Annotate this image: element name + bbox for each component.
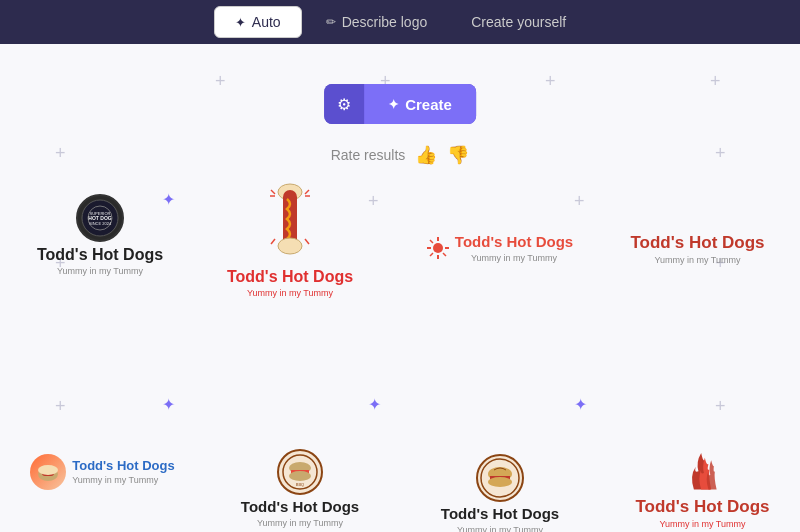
rate-results: Rate results 👍 👎 <box>331 144 470 166</box>
tab-describe[interactable]: ✏ Describe logo <box>306 6 448 38</box>
deco-plus-14: + <box>55 397 66 415</box>
logo-5-tagline: Yummy in my Tummy <box>72 475 175 485</box>
deco-plus-4: ✦ <box>162 397 175 413</box>
deco-plus-11: + <box>715 144 726 162</box>
rate-label: Rate results <box>331 147 406 163</box>
svg-point-34 <box>488 477 512 487</box>
thumbs-down-button[interactable]: 👎 <box>447 144 469 166</box>
svg-line-19 <box>430 240 433 243</box>
tab-create-label: Create yourself <box>471 14 566 30</box>
logo-item-7: Todd's Hot Dogs Yummy in my Tummy <box>420 454 580 532</box>
tab-auto[interactable]: ✦ Auto <box>214 6 302 38</box>
svg-line-8 <box>271 190 275 194</box>
thumbs-up-button[interactable]: 👍 <box>415 144 437 166</box>
logo-2-name: Todd's Hot Dogs <box>227 268 353 286</box>
logo-4-name: Todd's Hot Dogs <box>630 234 764 253</box>
svg-line-13 <box>305 239 309 244</box>
logo-3-tagline: Yummy in my Tummy <box>455 253 573 263</box>
logo-item-6: BBQ Todd's Hot Dogs Yummy in my Tummy <box>220 449 380 528</box>
logo-7-tagline: Yummy in my Tummy <box>457 525 543 533</box>
deco-plus-10: + <box>710 72 721 90</box>
create-button-label: Create <box>405 96 452 113</box>
logo-8-flames-icon <box>683 444 723 494</box>
svg-text:SINCE 2024: SINCE 2024 <box>89 221 112 226</box>
logo-3-name: Todd's Hot Dogs <box>455 234 573 251</box>
logo-item-2: Todd's Hot Dogs Yummy in my Tummy <box>210 174 370 298</box>
logo-6-badge-icon: BBQ <box>282 454 318 490</box>
tab-describe-label: Describe logo <box>342 14 428 30</box>
logo-8-tagline: Yummy in my Tummy <box>659 519 745 529</box>
logo-7-badge-icon <box>480 458 520 498</box>
logo-6-name: Todd's Hot Dogs <box>241 499 359 516</box>
logo-item-3: Todd's Hot Dogs Yummy in my Tummy <box>415 234 585 263</box>
logo-4-tagline: Yummy in my Tummy <box>654 255 740 265</box>
main-area: + + ✦ ✦ ✦ ✦ + + + + + + + + + + ⚙ ✦ Crea… <box>0 44 800 532</box>
svg-line-10 <box>305 190 309 194</box>
svg-point-14 <box>433 243 443 253</box>
logo-5-badge <box>30 454 66 490</box>
deco-plus-7: + <box>215 72 226 90</box>
pencil-icon: ✏ <box>326 15 336 29</box>
logo-1-badge-icon: SUPERIOR HOT DOG SINCE 2024 <box>81 199 119 237</box>
deco-plus-13: + <box>715 397 726 415</box>
svg-line-21 <box>430 253 433 256</box>
create-button[interactable]: ✦ Create <box>364 84 476 124</box>
logo-1-tagline: Yummy in my Tummy <box>57 266 143 276</box>
svg-text:BBQ: BBQ <box>296 482 304 487</box>
deco-plus-5: ✦ <box>368 397 381 413</box>
create-sparkle-icon: ✦ <box>388 97 399 112</box>
auto-icon: ✦ <box>235 15 246 30</box>
svg-point-29 <box>289 471 311 481</box>
logo-7-badge <box>476 454 524 502</box>
tab-create-yourself[interactable]: Create yourself <box>451 6 586 38</box>
svg-point-25 <box>38 465 58 475</box>
logo-3-sun-icon <box>427 237 449 259</box>
deco-plus-1: + <box>55 144 66 162</box>
logo-item-5: Todd's Hot Dogs Yummy in my Tummy <box>10 454 195 490</box>
logo-item-8: Todd's Hot Dogs Yummy in my Tummy <box>615 444 790 529</box>
logo-8-name: Todd's Hot Dogs <box>635 498 769 517</box>
logo-6-badge: BBQ <box>277 449 323 495</box>
logo-2-hotdog-icon <box>265 174 315 264</box>
logo-item-4: Todd's Hot Dogs Yummy in my Tummy <box>610 234 785 265</box>
deco-plus-16: + <box>574 192 585 210</box>
logo-item-1: SUPERIOR HOT DOG SINCE 2024 Todd's Hot D… <box>20 194 180 276</box>
svg-line-22 <box>443 253 446 256</box>
top-nav: ✦ Auto ✏ Describe logo Create yourself <box>0 0 800 44</box>
logo-7-name: Todd's Hot Dogs <box>441 506 559 523</box>
logo-6-tagline: Yummy in my Tummy <box>257 518 343 528</box>
logo-1-badge: SUPERIOR HOT DOG SINCE 2024 <box>76 194 124 242</box>
logo-5-name: Todd's Hot Dogs <box>72 459 175 473</box>
svg-point-7 <box>278 238 302 254</box>
logo-3-star-svg <box>427 237 449 259</box>
logo-2-tagline: Yummy in my Tummy <box>247 288 333 298</box>
deco-plus-9: + <box>545 72 556 90</box>
logo-5-badge-icon <box>34 458 62 486</box>
logo-1-name: Todd's Hot Dogs <box>37 246 163 264</box>
gear-icon: ⚙ <box>337 95 351 114</box>
svg-line-12 <box>271 239 275 244</box>
tab-auto-label: Auto <box>252 14 281 30</box>
gear-button[interactable]: ⚙ <box>324 84 364 124</box>
deco-plus-6: ✦ <box>574 397 587 413</box>
toolbar: ⚙ ✦ Create <box>324 84 476 124</box>
